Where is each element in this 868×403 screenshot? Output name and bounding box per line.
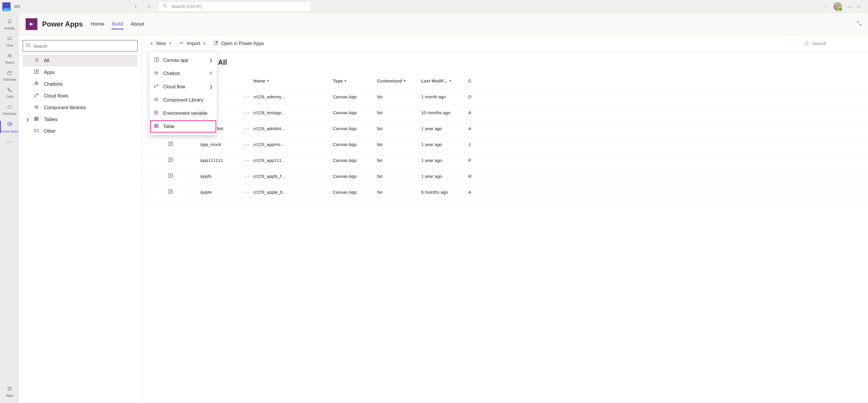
rail-more[interactable]: ··· [0, 136, 19, 148]
open-in-power-apps-button[interactable]: Open in Power Apps [214, 40, 264, 47]
row-more-button[interactable]: ··· [244, 109, 253, 116]
variable-icon [154, 110, 159, 116]
svg-point-3 [10, 55, 11, 56]
table-row[interactable]: ···cr229_adenny…Canvas AppNo1 month agoD [142, 89, 868, 105]
sidebar-item-label: Chatbots [44, 81, 63, 87]
rail-onedrive[interactable]: OneDrive [0, 101, 19, 118]
sidebar-item-other[interactable]: Other [23, 125, 137, 137]
chevron-right-icon: ❯ [26, 117, 30, 122]
rail-calendar[interactable]: Calendar [0, 67, 19, 83]
rail-chat[interactable]: Chat [0, 33, 19, 49]
bot-icon [34, 81, 40, 88]
table-row[interactable]: App111111···cr229_app111…Canvas AppNo1 y… [142, 153, 868, 168]
svg-line-53 [211, 72, 212, 73]
row-more-button[interactable]: ··· [244, 94, 253, 100]
table-row[interactable]: App_mock···cr229_appmo…Canvas AppNo1 yea… [142, 137, 868, 153]
svg-point-0 [163, 4, 166, 7]
dropdown-item-table[interactable]: Table [150, 120, 217, 133]
canvas-icon [168, 141, 173, 148]
table-row[interactable]: Appfs···cr229_appfs_f…Canvas AppNo1 year… [142, 168, 868, 184]
cell-type: Canvas App [333, 110, 377, 115]
cell-customized: No [377, 110, 421, 115]
forward-button[interactable]: › [145, 3, 152, 9]
window-maximize-button[interactable]: □ [857, 4, 860, 9]
rail-teams[interactable]: Teams [0, 50, 19, 67]
power-apps-icon [0, 121, 19, 129]
global-search[interactable]: Search (Ctrl+E) [158, 1, 311, 11]
sidebar-item-component-libraries[interactable]: Component libraries [23, 102, 137, 114]
sidebar-item-label: Component libraries [44, 105, 86, 110]
cell-type: Canvas App [333, 174, 377, 179]
rail-calls[interactable]: Calls [0, 84, 19, 101]
dropdown-item-canvas-app[interactable]: Canvas app ❯ [150, 54, 217, 67]
calendar-icon [0, 69, 19, 77]
svg-point-25 [36, 83, 36, 84]
window-minimize-button[interactable]: — [847, 4, 852, 9]
sidebar-item-cloud-flows[interactable]: Cloud flows [23, 90, 137, 102]
tab-about[interactable]: About [130, 15, 144, 34]
rail-activity[interactable]: Activity [0, 16, 19, 32]
sidebar-search-placeholder: Search [33, 43, 48, 48]
avatar[interactable] [833, 2, 842, 11]
back-button[interactable]: ‹ [132, 3, 139, 9]
dropdown-item-chatbot[interactable]: Chatbot [150, 67, 217, 80]
rail-item-label: Teams [5, 61, 14, 64]
sidebar-item-chatbots[interactable]: Chatbots [23, 78, 137, 90]
title-bar: MS ‹ › Search (Ctrl+E) ··· — □ [0, 0, 868, 13]
column-customized[interactable]: Customized ▾ [377, 78, 421, 83]
power-apps-logo-icon [26, 18, 37, 30]
apps-store-icon [0, 385, 19, 393]
expand-icon[interactable] [857, 21, 862, 27]
new-button[interactable]: ＋ New ▾ [149, 40, 171, 47]
rail-apps-store[interactable]: Apps [0, 383, 19, 400]
column-label: Name [253, 78, 266, 83]
cell-name: cr229_adenny… [253, 94, 333, 99]
rail-power-apps[interactable]: Power Apps [0, 118, 19, 135]
tab-build[interactable]: Build [111, 15, 124, 34]
tab-home[interactable]: Home [90, 15, 105, 34]
sidebar-item-apps[interactable]: Apps [23, 67, 137, 78]
cell-customized: No [377, 126, 421, 131]
table-row[interactable]: Appte···cr229_appte_b…Canvas AppNo6 mont… [142, 184, 868, 200]
column-modified[interactable]: Last Modif… ▾ [421, 78, 468, 83]
main-panel: ＋ New ▾ Import ▾ [142, 35, 868, 403]
row-more-button[interactable]: ··· [244, 125, 253, 132]
canvas-icon [154, 57, 159, 63]
sidebar-item-label: Apps [44, 70, 55, 75]
import-button[interactable]: Import ▾ [179, 40, 205, 47]
column-owner[interactable]: C [468, 78, 480, 83]
app-header: Power Apps Home Build About [19, 13, 868, 35]
cell-customized: No [377, 142, 421, 147]
dropdown-item-environment-variable[interactable]: Environment variable [150, 107, 217, 120]
command-bar: ＋ New ▾ Import ▾ [142, 35, 868, 52]
cell-display-name: App111111 [200, 158, 223, 163]
table-row[interactable]: ···cr229_testapp…Canvas AppNo10 months a… [142, 105, 868, 121]
row-more-button[interactable]: ··· [244, 157, 253, 163]
dropdown-item-component-library[interactable]: Component Library [150, 93, 217, 107]
table-header-row: me ↑ ▾ Name ▾ Type ▾ Cus [142, 73, 868, 89]
chat-icon [0, 35, 19, 43]
column-label: Customized [377, 78, 402, 83]
sidebar-item-all[interactable]: All [23, 55, 137, 67]
cell-modified: 10 months ago [421, 110, 468, 115]
cell-modified: 1 year ago [421, 174, 468, 179]
cell-type: Canvas App [333, 190, 377, 195]
row-more-button[interactable]: ··· [244, 173, 253, 179]
row-more-button[interactable]: ··· [244, 189, 253, 195]
dropdown-item-cloud-flow[interactable]: Cloud flow ❯ [150, 80, 217, 93]
cell-modified: 6 months ago [421, 190, 468, 195]
table-row[interactable]: Test···cr229_adobint…Canvas AppNo1 year … [142, 121, 868, 137]
list-search[interactable]: Search [804, 41, 858, 46]
cell-name: cr229_app111… [253, 158, 333, 163]
cell-modified: 1 year ago [421, 142, 468, 147]
cell-customized: No [377, 174, 421, 179]
column-type[interactable]: Type ▾ [333, 78, 377, 83]
sidebar-search[interactable]: Search [23, 40, 137, 52]
more-options-icon[interactable]: ··· [823, 4, 828, 9]
list-search-placeholder: Search [812, 41, 827, 46]
column-name[interactable]: Name ▾ [253, 78, 333, 83]
sidebar-item-tables[interactable]: ❯ Tables [23, 114, 137, 125]
cell-owner: A [468, 190, 480, 195]
row-more-button[interactable]: ··· [244, 141, 253, 147]
global-search-placeholder: Search (Ctrl+E) [171, 4, 202, 9]
